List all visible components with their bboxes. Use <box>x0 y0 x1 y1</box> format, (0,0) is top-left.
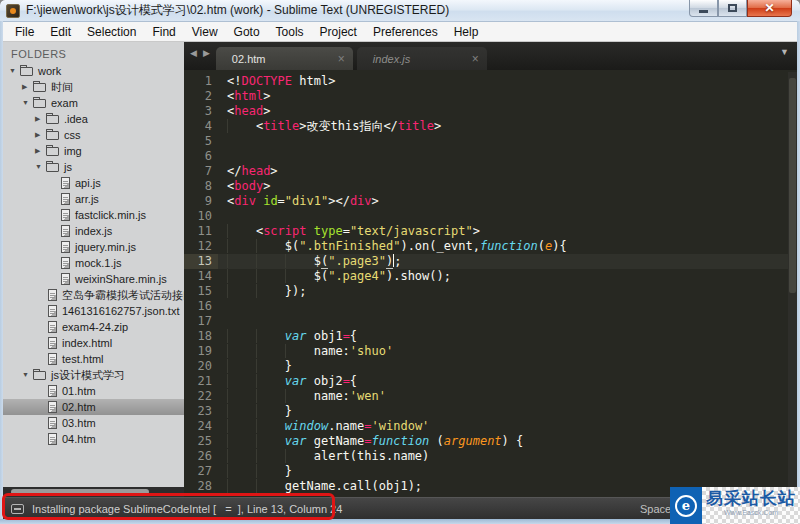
tab-scroll-right-icon[interactable]: ▶ <box>203 48 210 58</box>
code-token: ".page3" <box>328 254 386 268</box>
menu-file[interactable]: File <box>7 25 42 39</box>
code-line[interactable]: 21 var obj2={ <box>184 374 797 389</box>
code-line[interactable]: 2<html> <box>184 89 797 104</box>
tree-item[interactable]: index.html <box>3 335 184 351</box>
menu-goto[interactable]: Goto <box>226 25 268 39</box>
code-line[interactable]: 14 $(".page4").show(); <box>184 269 797 284</box>
code-line[interactable]: 24 window.name='window' <box>184 419 797 434</box>
tree-item[interactable]: arr.js <box>3 191 184 207</box>
code-line[interactable]: 12 $(".btnFinished").on(_evnt,function(e… <box>184 239 797 254</box>
line-number: 21 <box>184 374 218 389</box>
code-line[interactable]: 25 var getName=function (argument) { <box>184 434 797 449</box>
code-line[interactable]: 16 <box>184 299 797 314</box>
menu-tools[interactable]: Tools <box>268 25 312 39</box>
chevron-right-icon[interactable]: ▶ <box>35 143 46 159</box>
tab-overflow-icon[interactable]: ▼ <box>780 47 789 57</box>
code-lines[interactable]: 1<!DOCTYPE html>2<html>3<head>4 <title>改… <box>184 70 797 497</box>
tree-item[interactable]: fastclick.min.js <box>3 207 184 223</box>
tree-item[interactable]: ▼js设计模式学习 <box>3 367 184 383</box>
editor-scrollbar-thumb[interactable] <box>789 78 796 293</box>
code-line[interactable]: 13 $(".page3"); <box>184 254 797 269</box>
tree-item[interactable]: ▶.idea <box>3 111 184 127</box>
tab-index.js[interactable]: index.js× <box>357 47 487 70</box>
code-line[interactable]: 20 } <box>184 359 797 374</box>
tree-item[interactable]: jquery.min.js <box>3 239 184 255</box>
chevron-right-icon[interactable]: ▶ <box>35 111 46 127</box>
tab-scroll-left-icon[interactable]: ◀ <box>190 48 197 58</box>
editor-vertical-scrollbar[interactable] <box>788 72 797 495</box>
code-line[interactable]: 27 } <box>184 464 797 479</box>
chevron-down-icon[interactable]: ▼ <box>22 95 33 111</box>
tree-item[interactable]: 01.htm <box>3 383 184 399</box>
chevron-right-icon[interactable]: ▶ <box>35 127 46 143</box>
menu-help[interactable]: Help <box>446 25 487 39</box>
tree-item[interactable]: mock.1.js <box>3 255 184 271</box>
code-token: html <box>234 89 263 103</box>
code-token: ){ <box>552 239 566 253</box>
maximize-button[interactable] <box>718 0 747 17</box>
code-line[interactable]: 18 var obj1={ <box>184 329 797 344</box>
indent-guide <box>256 404 285 418</box>
chevron-right-icon[interactable]: ▶ <box>22 79 33 95</box>
code-line[interactable]: 5 <box>184 134 797 149</box>
tree-item[interactable]: 1461316162757.json.txt <box>3 303 184 319</box>
editor-pane: ◀ ▶ 02.htm×index.js× ▼ 1<!DOCTYPE html>2… <box>184 42 797 497</box>
code-line[interactable]: 7</head> <box>184 164 797 179</box>
code-line[interactable]: 11 <script type="text/javascript"> <box>184 224 797 239</box>
code-line[interactable]: 15 }); <box>184 284 797 299</box>
tree-item[interactable]: weixinShare.min.js <box>3 271 184 287</box>
indent-guide <box>256 374 285 388</box>
chevron-down-icon[interactable]: ▼ <box>22 367 33 383</box>
tree-item[interactable]: ▶css <box>3 127 184 143</box>
menu-preferences[interactable]: Preferences <box>365 25 446 39</box>
tree-item[interactable]: ▶img <box>3 143 184 159</box>
menu-find[interactable]: Find <box>144 25 183 39</box>
tab-close-icon[interactable]: × <box>472 52 479 66</box>
sidebar-horizontal-scrollbar[interactable] <box>3 487 184 497</box>
tree-item[interactable]: 04.htm <box>3 431 184 447</box>
chevron-down-icon[interactable]: ▼ <box>35 159 46 175</box>
code-line[interactable]: 19 name:'shuo' <box>184 344 797 359</box>
menu-view[interactable]: View <box>184 25 226 39</box>
close-button[interactable]: ✕ <box>747 0 792 17</box>
tab-02.htm[interactable]: 02.htm× <box>216 47 353 70</box>
code-line[interactable]: 10 <box>184 209 797 224</box>
tree-item[interactable]: 03.htm <box>3 415 184 431</box>
tree-item[interactable]: ▼work <box>3 63 184 79</box>
code-line[interactable]: 22 name:'wen' <box>184 389 797 404</box>
code-token: } <box>285 404 292 418</box>
sidebar-scrollbar-thumb[interactable] <box>11 489 149 495</box>
title-bar[interactable]: F:\jiewen\work\js设计模式学习\02.htm (work) - … <box>0 0 800 22</box>
code-token: DOCTYPE <box>241 74 292 88</box>
code-line[interactable]: 17 <box>184 314 797 329</box>
tree-item[interactable]: 空岛争霸模拟考试活动接口 <box>3 287 184 303</box>
code-line[interactable]: 6 <box>184 149 797 164</box>
tree-item-label: 空岛争霸模拟考试活动接口 <box>62 287 184 303</box>
menu-selection[interactable]: Selection <box>79 25 144 39</box>
tree-item[interactable]: api.js <box>3 175 184 191</box>
tree-item[interactable]: ▶时间 <box>3 79 184 95</box>
tab-close-icon[interactable]: × <box>338 52 345 66</box>
tree-item[interactable]: index.js <box>3 223 184 239</box>
status-progress-icon[interactable] <box>11 504 24 514</box>
chevron-down-icon[interactable]: ▼ <box>9 63 20 79</box>
tree-item[interactable]: test.html <box>3 351 184 367</box>
code-line[interactable]: 23 } <box>184 404 797 419</box>
menu-edit[interactable]: Edit <box>42 25 79 39</box>
code-line[interactable]: 26 alert(this.name) <box>184 449 797 464</box>
tree-item[interactable]: 02.htm <box>3 399 184 415</box>
code-token: ></ <box>328 194 350 208</box>
code-line[interactable]: 1<!DOCTYPE html> <box>184 74 797 89</box>
code-token: title <box>263 119 299 133</box>
code-line[interactable]: 4 <title>改变this指向</title> <box>184 119 797 134</box>
tree-item[interactable]: ▼exam <box>3 95 184 111</box>
code-line[interactable]: 3<head> <box>184 104 797 119</box>
minimize-button[interactable] <box>689 0 718 17</box>
menu-project[interactable]: Project <box>312 25 365 39</box>
tree-item[interactable]: exam4-24.zip <box>3 319 184 335</box>
indent-guide <box>227 239 256 253</box>
code-line[interactable]: 9<div id="div1"></div> <box>184 194 797 209</box>
code-token: var <box>285 434 307 448</box>
code-line[interactable]: 8<body> <box>184 179 797 194</box>
tree-item[interactable]: ▼js <box>3 159 184 175</box>
